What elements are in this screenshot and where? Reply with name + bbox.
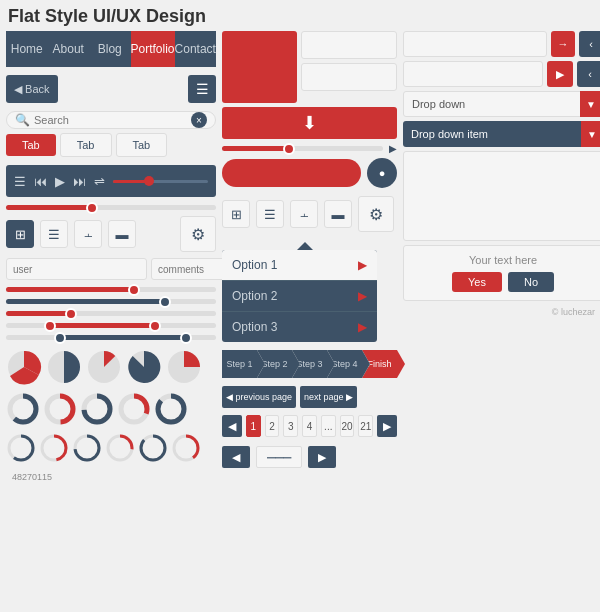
- search-dark-btn[interactable]: ‹: [579, 31, 600, 57]
- text-listbox: [403, 151, 600, 241]
- donut-outline-5: [138, 433, 168, 463]
- bar-view-icon[interactable]: ▬: [108, 220, 136, 248]
- bottom-right-arrow[interactable]: ▶: [308, 446, 336, 468]
- page-title: Flat Style UI/UX Design: [0, 0, 600, 31]
- white-bar-1: [403, 61, 543, 87]
- bar-icon[interactable]: ▬: [324, 200, 352, 228]
- dark-arrow-btn[interactable]: ‹: [577, 61, 600, 87]
- donut-4: [117, 392, 151, 426]
- red-arrow-btn[interactable]: ▶: [547, 61, 573, 87]
- red-slider-row: [6, 205, 216, 210]
- arrow-right-3: ▶: [358, 320, 367, 334]
- dropdown-2[interactable]: Drop down item ▼: [403, 121, 600, 147]
- page-2[interactable]: 2: [265, 415, 280, 437]
- red-slider-track[interactable]: [6, 205, 216, 210]
- search-input[interactable]: [34, 114, 187, 126]
- big-red-rectangle: [222, 31, 297, 103]
- alert-text: Your text here: [412, 254, 594, 266]
- white-rect-1: [301, 31, 397, 59]
- no-button[interactable]: No: [508, 272, 554, 292]
- tab-3[interactable]: Tab: [116, 133, 168, 157]
- grid-view-icon[interactable]: ⊞: [6, 220, 34, 248]
- range-track-5[interactable]: [6, 335, 216, 340]
- range-track-4[interactable]: [6, 323, 216, 328]
- steps-bar: Step 1 Step 2 Step 3 Step 4 Finish: [222, 350, 397, 378]
- range-track-3[interactable]: [6, 311, 216, 316]
- donut-1: [6, 392, 40, 426]
- yes-button[interactable]: Yes: [452, 272, 502, 292]
- play-icon[interactable]: ▶: [55, 174, 65, 189]
- column-view-icon[interactable]: ⫠: [74, 220, 102, 248]
- gear-icon[interactable]: ⚙: [180, 216, 216, 252]
- donut-charts-row-2: [6, 433, 216, 463]
- media-thumb: [144, 176, 154, 186]
- dropdown-option-2[interactable]: Option 2 ▶: [222, 281, 377, 312]
- search-icon: 🔍: [15, 113, 30, 127]
- pill-button[interactable]: [222, 159, 361, 187]
- user-input[interactable]: [6, 258, 147, 280]
- page-21[interactable]: 21: [358, 415, 373, 437]
- btn-pill-row: ●: [222, 158, 397, 188]
- prev-page-btn[interactable]: ◀ previous page: [222, 386, 296, 408]
- circle-button[interactable]: ●: [367, 158, 397, 188]
- nav-bar: Home About Blog Portfolio Contact: [6, 31, 216, 67]
- alert-box: Your text here Yes No: [403, 245, 600, 301]
- col-icon[interactable]: ⫠: [290, 200, 318, 228]
- dropdown-option-1[interactable]: Option 1 ▶: [222, 250, 377, 281]
- nav-item-contact[interactable]: Contact: [175, 31, 217, 67]
- tab-2[interactable]: Tab: [60, 133, 112, 157]
- download-button[interactable]: ⬇: [222, 107, 397, 139]
- nav-item-about[interactable]: About: [48, 31, 90, 67]
- bottom-left-arrow[interactable]: ◀: [222, 446, 250, 468]
- page-4[interactable]: 4: [302, 415, 317, 437]
- page-nav-left[interactable]: ◀: [222, 415, 242, 437]
- dropdown-1-arrow: ▼: [580, 91, 600, 117]
- search-input-right[interactable]: [403, 31, 547, 57]
- list-icon[interactable]: ☰: [14, 174, 26, 189]
- range-track-2[interactable]: [6, 299, 216, 304]
- donut-3: [80, 392, 114, 426]
- media-progress[interactable]: [113, 180, 208, 183]
- page-3[interactable]: 3: [283, 415, 298, 437]
- pie-chart-3: [86, 349, 122, 385]
- list-view-icon[interactable]: ☰: [40, 220, 68, 248]
- grid-icon[interactable]: ⊞: [222, 200, 250, 228]
- h-slider[interactable]: [222, 146, 383, 151]
- left-column: Home About Blog Portfolio Contact ◀ Back…: [6, 31, 216, 484]
- shuffle-icon[interactable]: ⇌: [94, 174, 105, 189]
- page-nav-right[interactable]: ▶: [377, 415, 397, 437]
- range-slider-3: [6, 311, 216, 316]
- next-page-btn[interactable]: next page ▶: [300, 386, 357, 408]
- donut-outline-4: [105, 433, 135, 463]
- watermark: © luchezar: [403, 307, 600, 317]
- close-icon[interactable]: ×: [191, 112, 207, 128]
- tab-1[interactable]: Tab: [6, 134, 56, 156]
- center-column: ⬇ ▶ ● ⊞ ☰ ⫠ ▬ ⚙ Opt: [222, 31, 397, 484]
- dropdown-1[interactable]: Drop down ▼: [403, 91, 600, 117]
- settings-icon[interactable]: ⚙: [358, 196, 394, 232]
- range-track-1[interactable]: [6, 287, 216, 292]
- range-slider-2: [6, 299, 216, 304]
- pie-chart-1: [6, 349, 42, 385]
- bottom-bar-icon: ⎼⎼⎼: [256, 446, 302, 468]
- page-1[interactable]: 1: [246, 415, 261, 437]
- list-icon-2[interactable]: ☰: [256, 200, 284, 228]
- donut-charts-row-1: [6, 392, 216, 426]
- nav-item-home[interactable]: Home: [6, 31, 48, 67]
- view-icons-row: ⊞ ☰ ⫠ ▬ ⚙: [222, 196, 397, 232]
- step-1[interactable]: Step 1: [222, 350, 257, 378]
- page-20[interactable]: 20: [340, 415, 355, 437]
- next-icon[interactable]: ⏭: [73, 174, 86, 189]
- prev-icon[interactable]: ⏮: [34, 174, 47, 189]
- donut-5: [154, 392, 188, 426]
- menu-icon-button[interactable]: ☰: [188, 75, 216, 103]
- nav-item-portfolio[interactable]: Portfolio: [131, 31, 175, 67]
- dropdown-option-3[interactable]: Option 3 ▶: [222, 312, 377, 342]
- donut-outline-2: [39, 433, 69, 463]
- right-column: → ‹ ▶ ‹ Drop down ▼ Drop down item ▼ You…: [403, 31, 600, 484]
- back-button[interactable]: ◀ Back: [6, 75, 58, 103]
- range-slider-4: [6, 323, 216, 328]
- search-submit-btn[interactable]: →: [551, 31, 575, 57]
- right-arrow-small[interactable]: ▶: [389, 143, 397, 154]
- nav-item-blog[interactable]: Blog: [89, 31, 131, 67]
